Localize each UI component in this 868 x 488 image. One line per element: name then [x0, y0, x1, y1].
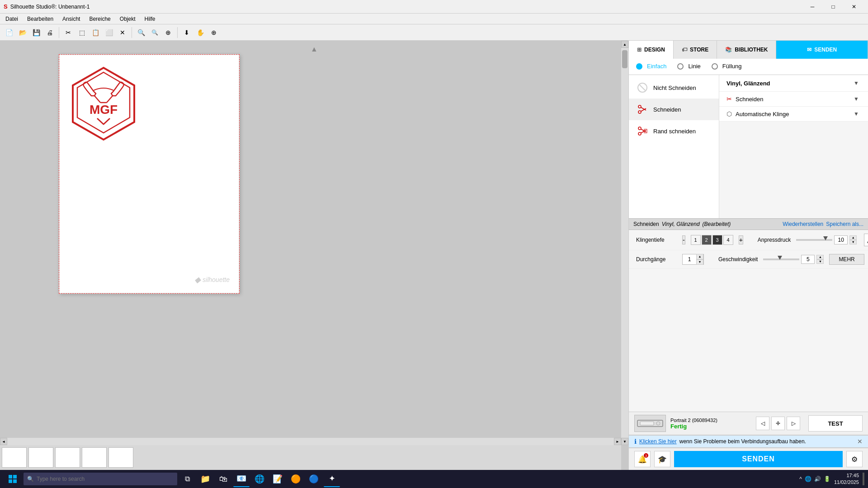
menu-bearbeiten[interactable]: Bearbeiten: [24, 15, 57, 23]
page-thumb-1[interactable]: [2, 447, 27, 468]
menu-objekt[interactable]: Objekt: [116, 15, 139, 23]
test-btn[interactable]: TEST: [808, 415, 863, 432]
zoom-out-btn[interactable]: 🔍: [148, 26, 161, 39]
pan-btn[interactable]: ✋: [194, 26, 207, 39]
vertical-scrollbar[interactable]: ▲ ▼: [621, 41, 628, 445]
shape-triangle-btn[interactable]: [864, 234, 868, 246]
material-dropdown-arrow[interactable]: ▼: [852, 79, 861, 88]
microsoft-store-btn[interactable]: 🛍: [215, 471, 231, 487]
print-btn[interactable]: 🖨: [43, 26, 56, 39]
senden-tab[interactable]: ✉ SENDEN: [776, 41, 868, 59]
speichern-als-btn[interactable]: Speichern als...: [826, 221, 863, 227]
menu-ansicht[interactable]: Ansicht: [59, 15, 84, 23]
maximize-btn[interactable]: □: [823, 0, 844, 14]
vscode-btn[interactable]: 📝: [269, 471, 286, 487]
network-icon[interactable]: 🌐: [805, 476, 811, 482]
speed-slider-thumb[interactable]: [778, 256, 782, 260]
cut-btn[interactable]: ✂: [62, 26, 75, 39]
paste-btn[interactable]: 📋: [89, 26, 102, 39]
nicht-schneiden-option[interactable]: Nicht Schneiden: [629, 77, 719, 99]
scroll-thumb[interactable]: [622, 50, 627, 68]
save-file-btn[interactable]: 💾: [30, 26, 42, 39]
rand-schneiden-option[interactable]: Rand schneiden: [629, 120, 719, 142]
pressure-slider-thumb[interactable]: [823, 236, 828, 240]
knife-depth-minus[interactable]: -: [682, 235, 685, 244]
page-thumb-5[interactable]: [108, 447, 133, 468]
design-element[interactable]: MGF: [66, 64, 141, 143]
gear-settings-btn[interactable]: ⚙: [846, 451, 863, 467]
depth-4[interactable]: 4: [723, 235, 733, 245]
fuellung-radio[interactable]: [712, 63, 718, 70]
page-thumb-3[interactable]: [55, 447, 80, 468]
graduation-icon-btn[interactable]: 🎓: [654, 451, 670, 467]
system-clock[interactable]: 17:45 11/02/2025: [834, 472, 859, 486]
app7-btn[interactable]: 🔵: [306, 471, 322, 487]
passes-down-btn[interactable]: ▼: [696, 259, 703, 265]
select-btn[interactable]: ⬜: [103, 26, 115, 39]
menu-datei[interactable]: Datei: [2, 15, 22, 23]
linie-subtab[interactable]: Linie: [677, 61, 700, 72]
nav-cross-btn[interactable]: ✛: [771, 417, 785, 430]
senden-main-btn[interactable]: SENDEN: [674, 451, 843, 467]
depth-2[interactable]: 2: [702, 235, 712, 245]
minimize-btn[interactable]: ─: [802, 0, 823, 14]
horizontal-scrollbar[interactable]: ◄ ►: [0, 438, 621, 445]
speaker-icon[interactable]: 🔊: [814, 476, 821, 482]
speed-up-btn[interactable]: ▲: [816, 255, 824, 259]
pressure-up-btn[interactable]: ▲: [849, 235, 857, 240]
page-thumb-4[interactable]: [82, 447, 107, 468]
page-thumb-2[interactable]: [28, 447, 53, 468]
einfach-radio[interactable]: [636, 63, 642, 70]
task-view-btn[interactable]: ⧉: [179, 471, 195, 487]
outlook-btn[interactable]: 📧: [233, 471, 250, 487]
depth-3[interactable]: 3: [712, 235, 722, 245]
zoom-fit-btn[interactable]: ⊕: [162, 26, 175, 39]
crosshair-btn[interactable]: ⊕: [208, 26, 220, 39]
pressure-down-btn[interactable]: ▼: [849, 240, 857, 244]
info-link[interactable]: Klicken Sie hier: [639, 438, 677, 445]
open-file-btn[interactable]: 📂: [16, 26, 29, 39]
file-explorer-btn[interactable]: 📁: [197, 471, 213, 487]
zoom-in-btn[interactable]: 🔍: [135, 26, 147, 39]
scroll-up-arrow[interactable]: ▲: [311, 45, 318, 53]
chrome-btn[interactable]: 🌐: [251, 471, 268, 487]
knife-depth-plus[interactable]: +: [739, 235, 743, 244]
copy-btn[interactable]: ⬚: [75, 26, 88, 39]
move-down-btn[interactable]: ⬇: [180, 26, 193, 39]
delete-btn[interactable]: ✕: [116, 26, 129, 39]
scroll-down-btn[interactable]: ▼: [621, 438, 628, 445]
scroll-track[interactable]: [621, 48, 628, 438]
store-tab[interactable]: 🏷 STORE: [674, 41, 717, 59]
passes-up-btn[interactable]: ▲: [696, 254, 703, 259]
windows-start-btn[interactable]: [4, 472, 22, 486]
scroll-up-btn[interactable]: ▲: [621, 41, 628, 48]
design-tab[interactable]: ⊞ DESIGN: [629, 41, 674, 59]
notification-icon-btn[interactable]: 🔔 3: [634, 451, 651, 467]
close-btn[interactable]: ✕: [844, 0, 864, 14]
chevron-up-icon[interactable]: ^: [799, 476, 802, 482]
info-close-btn[interactable]: ✕: [857, 438, 863, 445]
mehr-btn[interactable]: MEHR: [829, 254, 864, 265]
new-file-btn[interactable]: 📄: [3, 26, 15, 39]
search-bar[interactable]: 🔍: [24, 473, 177, 485]
depth-1[interactable]: 1: [691, 235, 701, 245]
bibliothek-tab[interactable]: 📚 BIBLIOTHEK: [717, 41, 776, 59]
show-desktop-btn[interactable]: [863, 473, 864, 485]
search-input[interactable]: [37, 476, 174, 482]
linie-radio[interactable]: [677, 63, 684, 70]
app6-btn[interactable]: 🟠: [288, 471, 304, 487]
cut-method-arrow[interactable]: ▼: [852, 94, 861, 103]
battery-icon[interactable]: 🔋: [824, 476, 830, 482]
silhouette-taskbar-btn[interactable]: ✦: [324, 471, 340, 487]
menu-hilfe[interactable]: Hilfe: [141, 15, 159, 23]
nav-left-btn[interactable]: ◁: [756, 417, 769, 430]
hscroll-track[interactable]: [7, 438, 614, 445]
schneiden-option[interactable]: Schneiden: [629, 99, 719, 120]
wiederherstellen-btn[interactable]: Wiederherstellen: [783, 221, 823, 227]
einfach-subtab[interactable]: Einfach: [636, 61, 666, 72]
scroll-left-btn[interactable]: ◄: [0, 438, 7, 445]
fuellung-subtab[interactable]: Füllung: [712, 61, 742, 72]
speed-down-btn[interactable]: ▼: [816, 259, 824, 264]
menu-bereiche[interactable]: Bereiche: [85, 15, 114, 23]
nav-right-btn[interactable]: ▷: [787, 417, 800, 430]
